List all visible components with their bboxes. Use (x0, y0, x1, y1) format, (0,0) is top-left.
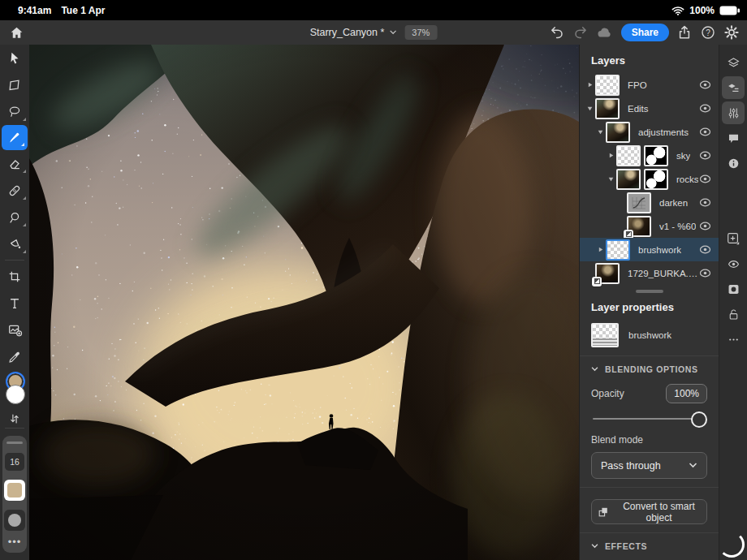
tool-eraser[interactable] (0, 150, 29, 177)
layer-name: 1729_BURKA...anced-NR33 (628, 269, 699, 278)
tool-healing-brush[interactable] (0, 177, 29, 204)
layer-properties-layer: brushwork (580, 320, 719, 355)
rail-more-button[interactable] (722, 328, 745, 351)
effects-section: EFFECTS fx Add layer effect Try adding a… (580, 532, 719, 560)
tool-place-photo[interactable] (0, 317, 29, 343)
layer-row-brushwork[interactable]: brushwork (580, 238, 719, 261)
tool-fill[interactable] (0, 230, 29, 257)
layer-visibility-toggle[interactable] (699, 269, 711, 278)
layer-thumbnail (606, 239, 630, 261)
layer-row-v1-60[interactable]: v1 - %60 (580, 214, 719, 238)
layer-visibility-toggle[interactable] (699, 198, 711, 207)
corner-swoosh (719, 532, 745, 558)
layer-visibility-toggle[interactable] (699, 127, 711, 136)
opacity-slider-knob[interactable] (691, 411, 707, 428)
brush-hardness-button[interactable] (4, 510, 25, 531)
brush-color-preview[interactable] (4, 480, 25, 501)
layer-name: brushwork (638, 245, 681, 255)
layer-name: FPO (628, 80, 647, 90)
layers-detail-icon (727, 81, 741, 95)
home-button[interactable] (0, 25, 32, 41)
layer-visibility-toggle[interactable] (699, 174, 711, 183)
convert-to-smart-object-button[interactable]: Convert to smart object (591, 499, 707, 524)
tool-clone-stamp[interactable] (0, 204, 29, 230)
layer-row-darken[interactable]: darken (580, 191, 719, 214)
expander-collapsed-icon[interactable] (585, 81, 595, 88)
brush-icon (7, 131, 22, 145)
tool-lasso[interactable] (0, 98, 29, 125)
tool-move[interactable] (0, 45, 29, 71)
opacity-value[interactable]: 100% (666, 384, 707, 403)
expander-collapsed-icon[interactable] (595, 246, 606, 253)
app-toolbar: Starry_Canyon * 37% Share ? (0, 20, 747, 45)
layer-row-1729-burka-anced-nr33[interactable]: 1729_BURKA...anced-NR33 (580, 261, 719, 285)
expander-expanded-icon[interactable] (606, 175, 616, 183)
rail-layer-detail-button[interactable] (722, 76, 745, 99)
tool-brush[interactable] (2, 125, 28, 150)
layer-row-fpo[interactable]: FPO (580, 73, 719, 97)
brush-size-chip[interactable]: 16 (5, 453, 24, 471)
rail-lock-button[interactable] (722, 303, 745, 325)
background-color-swatch[interactable] (6, 385, 25, 404)
color-wells[interactable] (4, 372, 25, 409)
rail-adjustments-button[interactable] (722, 101, 745, 124)
layer-mask-thumbnail (644, 169, 668, 190)
layer-row-edits[interactable]: Edits (580, 97, 719, 120)
battery-percent: 100% (689, 5, 715, 16)
layer-visibility-toggle[interactable] (699, 80, 711, 89)
zoom-level-chip[interactable]: 37% (404, 25, 437, 40)
expander-expanded-icon[interactable] (585, 105, 595, 112)
add-layer-icon (726, 231, 741, 246)
help-icon[interactable]: ? (700, 24, 716, 41)
undo-button[interactable] (549, 24, 565, 41)
layers-resize-handle[interactable] (636, 290, 663, 293)
layers-icon (727, 56, 741, 70)
layer-thumbnail (627, 216, 651, 237)
tool-type[interactable] (0, 290, 29, 317)
effects-header[interactable]: EFFECTS (591, 541, 707, 551)
share-button[interactable]: Share (621, 24, 669, 41)
redo-button[interactable] (572, 24, 589, 41)
smart-object-icon (597, 506, 610, 519)
place-photo-icon (7, 322, 23, 338)
layer-row-sky[interactable]: sky (580, 144, 719, 167)
swap-colors-icon[interactable] (9, 412, 20, 425)
layer-name: Edits (628, 104, 649, 114)
home-icon (9, 25, 24, 41)
rail-mask-button[interactable] (722, 278, 745, 300)
toolbar-divider (5, 260, 24, 261)
opacity-slider[interactable] (593, 411, 706, 426)
layer-thumbnail (595, 75, 620, 96)
canvas[interactable] (29, 45, 579, 560)
layer-visibility-toggle[interactable] (699, 151, 711, 160)
blending-options-header[interactable]: BLENDING OPTIONS (591, 364, 707, 374)
svg-text:?: ? (706, 28, 710, 37)
eraser-icon (7, 157, 22, 171)
type-icon (7, 296, 22, 311)
blend-mode-select[interactable]: Pass through (591, 452, 707, 479)
rail-add-layer-button[interactable] (722, 227, 745, 250)
layer-row-adjustments[interactable]: adjustments (580, 120, 719, 144)
tool-eyedropper[interactable] (0, 343, 29, 370)
expander-expanded-icon[interactable] (595, 128, 606, 136)
more-options-icon[interactable]: ••• (8, 540, 22, 545)
export-icon[interactable] (676, 24, 693, 41)
document-title-dropdown[interactable]: Starry_Canyon * (310, 27, 397, 38)
panel-drag-handle[interactable] (6, 442, 23, 444)
cloud-sync-icon[interactable] (596, 24, 614, 41)
rail-info-button[interactable] (722, 152, 745, 174)
layer-thumbnail (616, 169, 641, 190)
gear-icon[interactable] (723, 24, 740, 41)
expander-collapsed-icon[interactable] (606, 152, 616, 159)
rail-layers-button[interactable] (722, 51, 745, 74)
rail-visibility-button[interactable] (722, 252, 745, 275)
document-title: Starry_Canyon * (310, 27, 385, 38)
tool-transform[interactable] (0, 71, 29, 98)
layer-row-rocks[interactable]: rocks (580, 167, 719, 191)
rail-comments-button[interactable] (722, 127, 745, 149)
layer-visibility-toggle[interactable] (699, 222, 711, 230)
lasso-icon (7, 105, 22, 119)
tool-crop[interactable] (0, 263, 29, 290)
layer-visibility-toggle[interactable] (699, 245, 711, 254)
layer-visibility-toggle[interactable] (699, 104, 711, 113)
